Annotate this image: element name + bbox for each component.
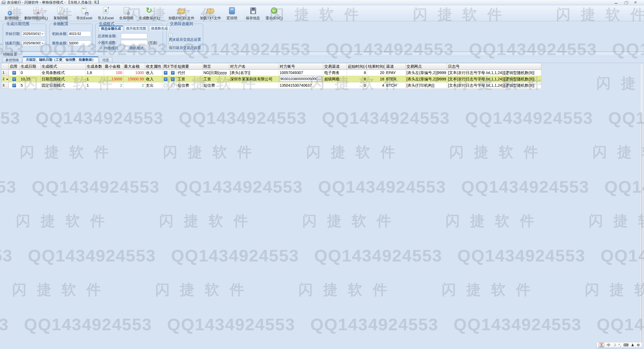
final-balance-field[interactable]: 50000 [68, 40, 91, 46]
table-cell[interactable]: 短信费 [203, 82, 229, 89]
restore-button[interactable] [623, 1, 629, 4]
tab-monthly-fixed-random[interactable]: 月固定、随机日期（工资、短信费、批量数据） [23, 56, 99, 63]
calendar-icon[interactable] [39, 42, 41, 45]
checkbox-weekend-delay[interactable] [169, 33, 172, 37]
column-header[interactable]: 对方户名 [229, 63, 279, 70]
table-cell[interactable]: [表头左(章编号,2)]9999 [406, 76, 447, 82]
column-header[interactable]: 短摘要 [177, 63, 203, 70]
toolbar-button-doc-add[interactable]: +新增明细 [2, 6, 21, 21]
table-cell[interactable]: 135041530740637 [279, 82, 324, 89]
row-header[interactable]: 1 [1, 70, 9, 76]
toolbar-button-doc-delete[interactable]: ✕删除明细(DEL) [21, 6, 51, 21]
table-cell[interactable]: 2 [104, 82, 123, 89]
table-row[interactable]: 3✓5固定日期模式122支出短信费短信费13504153074063704BTC… [1, 82, 541, 89]
table-cell[interactable]: 2 [123, 82, 145, 89]
table-cell[interactable]: 1,6 [86, 70, 104, 76]
column-header[interactable]: 收支属性 [145, 63, 162, 70]
chevron-down-icon[interactable]: ▼ [42, 33, 44, 35]
table-cell[interactable]: 9030103800000050000000… [279, 76, 324, 82]
table-cell[interactable]: [文本(农行日志号字母.txt,1,1,24)][逻辑型随机数(9)] [447, 76, 541, 82]
table-cell[interactable]: ✓ [9, 82, 20, 89]
toolbar-button-folder-excel[interactable]: 加载EXCEL文件 [165, 6, 197, 21]
table-cell[interactable]: 8 [347, 70, 367, 76]
table-cell[interactable]: ✓ [9, 70, 20, 76]
table-cell[interactable]: [表头左(章编号,2)]9999 [406, 70, 447, 76]
checkbox-checked-icon[interactable]: ✓ [164, 77, 167, 81]
minimize-button[interactable] [613, 1, 619, 4]
table-cell[interactable]: 支出 [145, 82, 162, 89]
close-button[interactable] [633, 1, 639, 4]
table-cell[interactable] [169, 82, 177, 89]
ime-chinese-mode-icon[interactable]: 中 [607, 342, 610, 348]
start-date-field[interactable]: 2025/03/01 ▼ [22, 31, 45, 37]
table-cell[interactable]: [文本(农行日志号字母.txt,1,1,24)][逻辑型随机数(9)] [447, 82, 541, 89]
table-cell[interactable]: 短信费 [177, 82, 203, 89]
column-header[interactable]: 日志号 [447, 63, 541, 70]
ime-user-icon[interactable]: ♟ [631, 342, 634, 348]
scrollbar-thumb[interactable] [642, 121, 642, 348]
table-cell[interactable]: 0 [20, 70, 41, 76]
table-cell[interactable]: 深圳市某某科技有限公司 [229, 76, 279, 82]
checkbox-checked-icon[interactable]: ✓ [12, 71, 16, 75]
table-cell[interactable]: BTER [385, 76, 406, 82]
toolbar-button-excel-export[interactable]: XLS导出Excel [74, 6, 95, 21]
table-cell[interactable]: 4 [367, 82, 385, 89]
tab-by-total-amount[interactable]: 按总金额生成 [99, 26, 123, 31]
row-header[interactable]: 2▸ [1, 76, 9, 82]
calendar-icon[interactable] [39, 32, 41, 36]
table-cell[interactable]: [表头(名字)] [229, 70, 279, 76]
chevron-down-icon[interactable]: ▼ [42, 42, 44, 45]
column-header[interactable]: 周末 [162, 63, 169, 70]
ime-fullwidth-moon-icon[interactable]: ☽ [613, 342, 616, 348]
table-cell[interactable]: 代付 [177, 70, 203, 76]
table-cell[interactable]: 8 [347, 76, 367, 82]
radio-random-mode[interactable] [125, 46, 128, 50]
table-cell[interactable]: 15000.99 [123, 76, 145, 82]
column-header[interactable]: 附言 [203, 63, 229, 70]
small-count-field[interactable] [121, 40, 147, 45]
table-cell[interactable]: BTCH [385, 82, 406, 89]
ime-tools-icon[interactable]: ⚙ [637, 342, 640, 348]
toolbar-button-doc-copy[interactable]: 复制明细 [51, 6, 70, 21]
checkbox-checked-icon[interactable]: ✓ [12, 77, 16, 81]
table-cell[interactable]: ✓ [162, 70, 169, 76]
table-cell[interactable]: 20 [367, 70, 385, 76]
end-date-field[interactable]: 2025/08/30 ▼ [22, 40, 45, 46]
column-header[interactable]: 结束时间(小时) [367, 63, 385, 70]
table-cell[interactable]: 超级网银 [323, 76, 347, 82]
table-row[interactable]: 1✓0全局条数模式1,61001000收入✓✓代付NG[日期(yyyy[表头(名… [1, 70, 541, 76]
checkbox-checked-icon[interactable]: ✓ [164, 71, 167, 75]
table-cell[interactable]: 工资 [177, 76, 203, 82]
table-cell[interactable] [162, 82, 169, 89]
column-header[interactable]: 对方账号 [279, 63, 324, 70]
ellipsis-button[interactable]: … [317, 77, 322, 81]
cell-editor[interactable]: 9030103800000050000000… [280, 76, 322, 82]
column-header[interactable]: 最小金额 [104, 63, 123, 70]
ime-soft-keyboard-icon[interactable]: ⌨ [623, 342, 629, 348]
checkbox-unchecked-icon[interactable] [164, 84, 167, 87]
column-header[interactable]: 生成模式 [41, 63, 86, 70]
table-cell[interactable]: ✓ [9, 76, 20, 82]
column-header[interactable]: 启用 [9, 63, 20, 70]
table-cell[interactable]: 10,15 [20, 76, 41, 82]
total-income-field[interactable] [121, 33, 147, 39]
toolbar-button-excel-import[interactable]: X+导入Excel [95, 6, 116, 21]
table-cell[interactable]: 固定日期模式 [41, 82, 86, 89]
toolbar-button-generate-refresh[interactable]: ↻生成数据(F1) [136, 6, 163, 21]
checkbox-unchecked-icon[interactable] [171, 84, 175, 87]
table-cell[interactable]: 1000 [123, 70, 145, 76]
checkbox-checked-icon[interactable]: ✓ [171, 71, 175, 75]
radio-balanced-mode[interactable] [99, 46, 103, 50]
column-header[interactable]: 交易渠道 [323, 63, 347, 70]
checkbox-checked-icon[interactable]: ✓ [12, 84, 16, 87]
table-cell[interactable]: NG[日期(yyyy [203, 70, 229, 76]
column-header[interactable]: 生成条数 [86, 63, 104, 70]
table-cell[interactable]: 10057049307 [279, 70, 324, 76]
table-cell[interactable]: 13000 [104, 76, 123, 82]
table-cell[interactable]: 全局条数模式 [41, 70, 86, 76]
table-cell[interactable]: 100 [104, 70, 123, 76]
table-cell[interactable] [323, 82, 347, 89]
column-header[interactable]: 交易网点 [406, 63, 447, 70]
table-cell[interactable]: 1 [86, 76, 104, 82]
toolbar-button-global-settings[interactable]: ⚙全局明细 [116, 6, 136, 21]
